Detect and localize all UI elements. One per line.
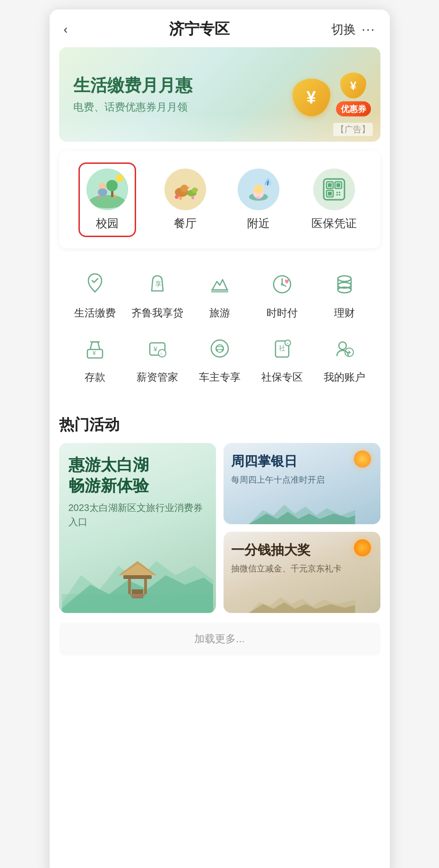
hot-activities-title: 热门活动 bbox=[59, 415, 380, 435]
banner[interactable]: 生活缴费月月惠 电费、话费优惠券月月领 ¥ ¥ 优惠券 【广告】 bbox=[59, 47, 380, 142]
sun-decoration-2 bbox=[354, 539, 371, 556]
phone-frame: ‹ 济宁专区 切换 ··· 生活缴费月月惠 电费、话费优惠券月月领 ¥ ¥ 优惠… bbox=[50, 9, 390, 868]
car-label: 车主专享 bbox=[199, 370, 241, 384]
svg-point-65 bbox=[216, 349, 218, 351]
medical-icon-circle bbox=[313, 169, 355, 210]
salary-label: 薪资管家 bbox=[137, 370, 178, 384]
travel-icon bbox=[203, 267, 237, 301]
svg-rect-41 bbox=[339, 194, 340, 196]
service-row-1: 生活缴费 享 齐鲁我享贷 bbox=[64, 267, 376, 320]
svg-point-11 bbox=[181, 185, 188, 192]
svg-point-26 bbox=[254, 185, 263, 194]
svg-text:○: ○ bbox=[160, 351, 163, 356]
svg-text:¥: ¥ bbox=[153, 345, 157, 353]
svg-rect-82 bbox=[130, 594, 145, 596]
svg-rect-80 bbox=[144, 579, 147, 594]
social-label: 社保专区 bbox=[261, 370, 303, 384]
campus-label: 校园 bbox=[96, 216, 119, 231]
svg-rect-76 bbox=[123, 575, 152, 579]
travel-label: 旅游 bbox=[209, 306, 230, 320]
service-qilu[interactable]: 享 齐鲁我享贷 bbox=[129, 267, 186, 320]
svg-text:¥: ¥ bbox=[92, 350, 96, 357]
service-finance[interactable]: 理财 bbox=[316, 267, 373, 320]
ad-label: 【广告】 bbox=[333, 123, 373, 136]
service-row-2: ¥ 存款 ¥ ○ 薪资管家 bbox=[64, 332, 376, 384]
thursday-title: 周四掌银日 bbox=[231, 452, 373, 470]
svg-rect-37 bbox=[328, 192, 332, 196]
banner-decoration: ¥ ¥ 优惠券 bbox=[293, 73, 371, 117]
svg-point-71 bbox=[339, 342, 346, 349]
activity-right-col: 周四掌银日 每周四上午十点准时开启 一分钱抽大奖 抽微信立减金、千元京东礼卡 bbox=[224, 443, 380, 613]
svg-point-8 bbox=[116, 174, 123, 182]
service-grid: 生活缴费 享 齐鲁我享贷 bbox=[59, 258, 380, 405]
svg-point-49 bbox=[338, 276, 351, 281]
more-section: 加载更多... bbox=[59, 622, 380, 655]
service-deposit[interactable]: ¥ 存款 bbox=[67, 332, 123, 384]
svg-point-17 bbox=[179, 197, 182, 200]
switch-button[interactable]: 切换 bbox=[331, 21, 356, 38]
restaurant-icon-circle bbox=[164, 169, 206, 210]
service-social[interactable]: 社 + 社保专区 bbox=[254, 332, 310, 384]
deposit-icon: ¥ bbox=[78, 332, 112, 366]
svg-point-48 bbox=[281, 283, 283, 286]
svg-rect-81 bbox=[132, 589, 143, 594]
thursday-desc: 每周四上午十点准时开启 bbox=[231, 474, 373, 486]
page-title: 济宁专区 bbox=[169, 19, 230, 40]
taihu-card-title: 惠游太白湖 畅游新体验 bbox=[69, 454, 207, 496]
time-pay-icon bbox=[265, 267, 299, 301]
svg-rect-83 bbox=[132, 596, 143, 598]
service-account[interactable]: 我的账户 bbox=[316, 332, 373, 384]
activity-card-taihu[interactable]: 惠游太白湖 畅游新体验 2023太白湖新区文旅行业消费券入口 bbox=[59, 443, 216, 613]
more-button[interactable]: ··· bbox=[362, 22, 375, 37]
svg-text:社: 社 bbox=[279, 344, 285, 352]
qilu-label: 齐鲁我享贷 bbox=[131, 306, 183, 320]
salary-icon: ¥ ○ bbox=[140, 332, 174, 366]
life-pay-label: 生活缴费 bbox=[74, 306, 116, 320]
activity-card-thursday[interactable]: 周四掌银日 每周四上午十点准时开启 bbox=[224, 443, 380, 524]
nearby-icon-circle bbox=[238, 169, 279, 210]
restaurant-label: 餐厅 bbox=[174, 216, 197, 231]
back-button[interactable]: ‹ bbox=[64, 22, 68, 37]
taihu-card-desc: 2023太白湖新区文旅行业消费券入口 bbox=[69, 501, 207, 529]
svg-point-16 bbox=[175, 195, 179, 199]
lottery-desc: 抽微信立减金、千元京东礼卡 bbox=[231, 563, 373, 575]
quick-icons-row: 校园 bbox=[67, 162, 373, 237]
service-travel[interactable]: 旅游 bbox=[191, 267, 248, 320]
service-car[interactable]: 车主专享 bbox=[191, 332, 248, 384]
svg-rect-40 bbox=[336, 194, 338, 196]
svg-point-7 bbox=[113, 195, 116, 197]
svg-point-6 bbox=[97, 196, 100, 198]
qilu-icon: 享 bbox=[140, 267, 174, 301]
social-icon: 社 + bbox=[265, 332, 299, 366]
life-pay-icon bbox=[78, 267, 112, 301]
quick-icon-restaurant[interactable]: 餐厅 bbox=[161, 165, 210, 235]
svg-point-3 bbox=[106, 180, 118, 191]
svg-rect-39 bbox=[339, 192, 340, 193]
medical-label: 医保凭证 bbox=[311, 216, 357, 231]
svg-point-30 bbox=[313, 169, 355, 210]
car-icon bbox=[203, 332, 237, 366]
time-pay-label: 时时付 bbox=[267, 306, 298, 320]
finance-label: 理财 bbox=[334, 306, 355, 320]
yen-bag-small: ¥ bbox=[340, 73, 366, 99]
header-actions: 切换 ··· bbox=[331, 21, 375, 38]
service-life-pay[interactable]: 生活缴费 bbox=[67, 267, 123, 320]
quick-icon-campus[interactable]: 校园 bbox=[78, 162, 136, 237]
account-label: 我的账户 bbox=[324, 370, 365, 384]
lottery-title: 一分钱抽大奖 bbox=[231, 541, 373, 559]
nearby-label: 附近 bbox=[247, 216, 270, 231]
activity-card-lottery[interactable]: 一分钱抽大奖 抽微信立减金、千元京东礼卡 bbox=[224, 532, 380, 613]
svg-rect-35 bbox=[328, 183, 332, 187]
activity-grid: 惠游太白湖 畅游新体验 2023太白湖新区文旅行业消费券入口 bbox=[59, 443, 380, 613]
account-icon bbox=[327, 332, 362, 366]
deposit-label: 存款 bbox=[85, 370, 105, 384]
service-salary[interactable]: ¥ ○ 薪资管家 bbox=[129, 332, 186, 384]
service-time-pay[interactable]: 时时付 bbox=[254, 267, 310, 320]
svg-rect-38 bbox=[336, 192, 338, 193]
svg-point-66 bbox=[222, 349, 224, 351]
campus-icon-circle bbox=[86, 169, 128, 210]
yen-bag-large: ¥ bbox=[293, 79, 330, 117]
sun-decoration-1 bbox=[354, 451, 371, 468]
quick-icon-medical[interactable]: 医保凭证 bbox=[308, 165, 361, 235]
quick-icon-nearby[interactable]: 附近 bbox=[234, 165, 283, 235]
